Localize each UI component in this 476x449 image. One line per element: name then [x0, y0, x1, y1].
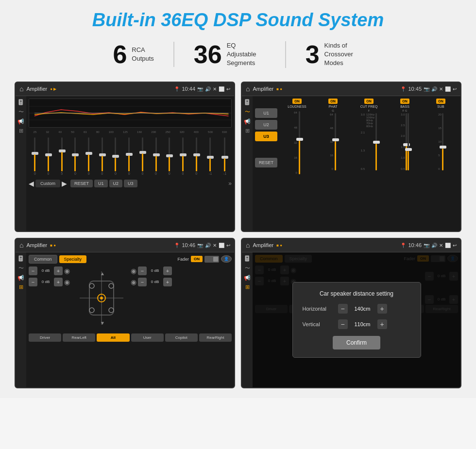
- window-icon-4[interactable]: ⬜: [445, 243, 451, 248]
- next-arrow[interactable]: ▶: [62, 180, 67, 187]
- home-icon[interactable]: ⌂: [19, 85, 23, 93]
- window-icon-3[interactable]: ⬜: [219, 243, 224, 248]
- eq-icon-active[interactable]: 🎚️: [17, 99, 24, 105]
- plus-btn-fr[interactable]: +: [54, 278, 63, 286]
- phat-track[interactable]: [335, 113, 336, 170]
- rearleft-btn[interactable]: RearLeft: [63, 333, 95, 342]
- eq-icon-3[interactable]: 🎚️: [17, 255, 24, 262]
- eq-track-8[interactable]: [128, 137, 130, 171]
- eq-track-10[interactable]: [155, 137, 157, 171]
- bass-thumb-2[interactable]: [405, 148, 412, 151]
- wave-icon-3[interactable]: 〜: [18, 265, 24, 272]
- eq-track-11[interactable]: [169, 137, 170, 171]
- specialty-tab-active[interactable]: Specialty: [59, 255, 87, 263]
- close-icon-3[interactable]: ✕: [213, 243, 217, 248]
- fader-slider[interactable]: [204, 256, 219, 263]
- profile-btn[interactable]: 👤: [221, 255, 232, 263]
- window-icon[interactable]: ⬜: [219, 86, 224, 92]
- sub-track[interactable]: [442, 113, 443, 170]
- fader-on-toggle[interactable]: ON: [191, 256, 203, 262]
- plus-btn-rr[interactable]: +: [163, 266, 172, 275]
- eq-track-3[interactable]: [61, 137, 63, 171]
- wave-icon-2[interactable]: 〜: [245, 108, 250, 116]
- speaker-icon-left-4[interactable]: 📢: [244, 275, 251, 281]
- reset-btn-eq[interactable]: RESET: [70, 180, 93, 187]
- back-icon[interactable]: ↩: [226, 86, 230, 92]
- u2-btn-eq[interactable]: U2: [109, 180, 123, 187]
- camera-icon-2[interactable]: 📷: [424, 86, 429, 92]
- camera-icon-3[interactable]: 📷: [197, 243, 203, 248]
- camera-icon[interactable]: 📷: [197, 86, 203, 92]
- eq-track-6[interactable]: [102, 137, 103, 171]
- cutfreq-on-btn[interactable]: ON: [364, 99, 374, 104]
- custom-mode-btn[interactable]: Custom: [35, 180, 60, 187]
- rearright-btn[interactable]: RearRight: [199, 333, 232, 342]
- speaker-icon-left-2[interactable]: 📢: [244, 118, 251, 125]
- home-icon-3[interactable]: ⌂: [19, 241, 23, 249]
- settings-icon-left-4[interactable]: ⊞: [245, 284, 250, 290]
- wave-icon-4[interactable]: 〜: [245, 265, 250, 272]
- settings-icon-left-3[interactable]: ⊞: [19, 284, 23, 290]
- eq-thumb-7[interactable]: [112, 155, 119, 158]
- u3-btn-eq[interactable]: U3: [124, 180, 137, 187]
- driver-btn[interactable]: Driver: [29, 333, 61, 342]
- preset-u1[interactable]: U1: [255, 108, 277, 118]
- close-icon-2[interactable]: ✕: [439, 86, 443, 92]
- common-tab[interactable]: Common: [29, 255, 57, 264]
- minus-btn-fr[interactable]: −: [29, 278, 37, 286]
- eq-track-13[interactable]: [196, 137, 197, 171]
- copilot-btn[interactable]: Copilot: [165, 333, 198, 342]
- prev-arrow[interactable]: ◀: [29, 180, 34, 187]
- loudness-thumb[interactable]: [296, 138, 303, 141]
- eq-track-4[interactable]: [74, 137, 76, 171]
- cutfreq-thumb[interactable]: [373, 141, 380, 144]
- eq-track-1[interactable]: [34, 137, 35, 171]
- back-icon-2[interactable]: ↩: [453, 86, 457, 92]
- eq-icon-2[interactable]: 🎚️: [244, 99, 251, 105]
- cutfreq-track[interactable]: [375, 113, 377, 170]
- eq-track-9[interactable]: [142, 137, 143, 171]
- camera-icon-4[interactable]: 📷: [424, 243, 429, 248]
- vertical-minus-btn[interactable]: −: [338, 319, 348, 329]
- eq-track-2[interactable]: [48, 137, 49, 171]
- sub-on-btn[interactable]: ON: [436, 99, 445, 104]
- back-icon-4[interactable]: ↩: [453, 243, 457, 248]
- phat-thumb[interactable]: [332, 138, 339, 141]
- settings-icon-left[interactable]: ⊞: [19, 128, 23, 134]
- minus-btn-rr[interactable]: −: [138, 266, 147, 275]
- confirm-button[interactable]: Confirm: [333, 336, 380, 349]
- bass-on-btn[interactable]: ON: [400, 99, 409, 104]
- eq-track-12[interactable]: [182, 137, 184, 171]
- vertical-plus-btn[interactable]: +: [377, 319, 387, 329]
- eq-track-7[interactable]: [115, 137, 116, 171]
- phat-on-btn[interactable]: ON: [328, 99, 338, 104]
- volume-icon-3[interactable]: 🔊: [205, 243, 211, 248]
- settings-icon-left-2[interactable]: ⊞: [245, 128, 250, 134]
- volume-icon[interactable]: 🔊: [205, 86, 211, 92]
- bass-track-2[interactable]: [408, 113, 409, 170]
- minus-btn-fl[interactable]: −: [29, 266, 37, 275]
- wave-icon[interactable]: 〜: [18, 108, 24, 116]
- sub-thumb[interactable]: [440, 146, 446, 149]
- eq-track-5[interactable]: [88, 137, 89, 171]
- speaker-icon-left-3[interactable]: 📢: [17, 275, 24, 281]
- preset-reset[interactable]: RESET: [255, 158, 277, 167]
- preset-u2[interactable]: U2: [255, 120, 277, 130]
- close-icon[interactable]: ✕: [213, 86, 217, 92]
- bass-track-1[interactable]: [406, 113, 407, 170]
- loudness-on-btn[interactable]: ON: [292, 99, 302, 104]
- home-icon-2[interactable]: ⌂: [246, 85, 250, 93]
- back-icon-3[interactable]: ↩: [226, 243, 230, 248]
- eq-icon-4[interactable]: 🎚️: [244, 255, 251, 262]
- close-icon-4[interactable]: ✕: [439, 243, 443, 248]
- loudness-track[interactable]: [299, 111, 300, 174]
- u1-btn-eq[interactable]: U1: [94, 180, 108, 187]
- plus-btn-rl[interactable]: +: [163, 278, 172, 286]
- all-btn-active[interactable]: All: [97, 333, 129, 342]
- minus-btn-rl[interactable]: −: [138, 278, 147, 286]
- horizontal-minus-btn[interactable]: −: [338, 304, 348, 314]
- volume-icon-4[interactable]: 🔊: [431, 243, 437, 248]
- eq-track-15[interactable]: [224, 137, 225, 171]
- user-btn[interactable]: User: [131, 333, 164, 342]
- horizontal-plus-btn[interactable]: +: [377, 304, 387, 314]
